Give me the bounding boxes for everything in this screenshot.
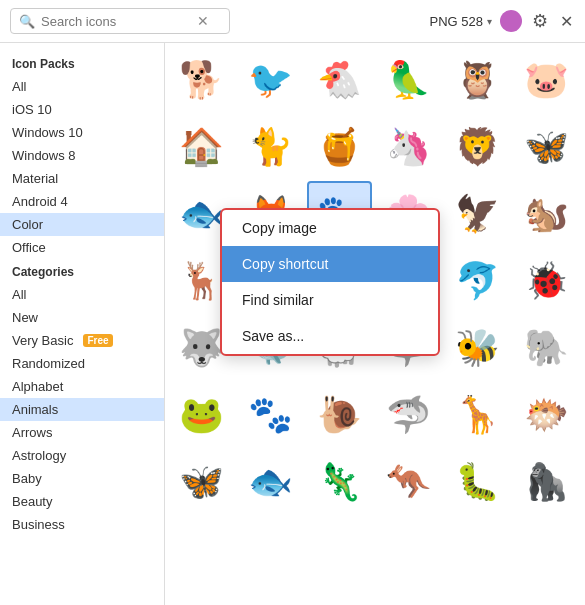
icon-cell[interactable]: 🦄: [376, 114, 441, 179]
icon-emoji: 🏠: [179, 129, 224, 165]
sidebar-item-label: Very Basic: [12, 333, 73, 348]
icon-emoji: 🦎: [317, 464, 362, 500]
icon-cell[interactable]: 🦜: [376, 47, 441, 112]
icon-cell[interactable]: 🦅: [445, 181, 510, 246]
icon-cell[interactable]: 🐟: [238, 449, 303, 514]
sidebar-cat-astrology[interactable]: Astrology: [0, 444, 164, 467]
icon-emoji: 🐺: [179, 330, 224, 366]
icon-cell[interactable]: 🐬: [445, 248, 510, 313]
icon-cell[interactable]: 🐝: [445, 315, 510, 380]
icon-cell[interactable]: 🦍: [514, 449, 579, 514]
sidebar-pack-material[interactable]: Material: [0, 167, 164, 190]
format-label: PNG 528: [430, 14, 483, 29]
sidebar-pack-all[interactable]: All: [0, 75, 164, 98]
context-menu-item-find-similar[interactable]: Find similar: [222, 282, 438, 318]
sidebar-cat-all2[interactable]: All: [0, 283, 164, 306]
icon-cell[interactable]: 🏠: [169, 114, 234, 179]
sidebar: Icon Packs AlliOS 10Windows 10Windows 8M…: [0, 43, 165, 605]
icon-cell[interactable]: 🦒: [445, 382, 510, 447]
sidebar-cat-new[interactable]: New: [0, 306, 164, 329]
icon-emoji: 🦄: [386, 129, 431, 165]
icon-emoji: 🐞: [524, 263, 569, 299]
icon-emoji: 🐬: [455, 263, 500, 299]
icon-emoji: 🦘: [386, 464, 431, 500]
icon-cell[interactable]: 🦘: [376, 449, 441, 514]
top-bar: 🔍 Search icons ✕ PNG 528 ▾ ⚙ ✕: [0, 0, 585, 43]
icon-packs-title: Icon Packs: [0, 51, 164, 75]
icon-grid-area: 🐕🐦🐔🦜🦉🐷🏠🐈🍯🦄🦁🦋🐟🦊🐾🌸🦅🐿️🦌🦞🐾🐼🐬🐞🐺🐳🐑🦈🐝🐘🐸🐾🐌🦈🦒🐡🦋🐟🦎…: [165, 43, 585, 605]
icon-cell[interactable]: 🐸: [169, 382, 234, 447]
chevron-down-icon: ▾: [487, 16, 492, 27]
sidebar-pack-android4[interactable]: Android 4: [0, 190, 164, 213]
sidebar-pack-ios10[interactable]: iOS 10: [0, 98, 164, 121]
icon-emoji: 🐸: [179, 397, 224, 433]
close-button[interactable]: ✕: [558, 10, 575, 33]
icon-emoji: 🍯: [317, 129, 362, 165]
sidebar-item-label: Randomized: [12, 356, 85, 371]
sidebar-item-label: New: [12, 310, 38, 325]
sidebar-cat-animals[interactable]: Animals: [0, 398, 164, 421]
icon-cell[interactable]: 🐡: [514, 382, 579, 447]
sidebar-cat-beauty[interactable]: Beauty: [0, 490, 164, 513]
icon-cell[interactable]: 🐿️: [514, 181, 579, 246]
icon-cell[interactable]: 🐘: [514, 315, 579, 380]
icon-cell[interactable]: 🐌: [307, 382, 372, 447]
icon-cell[interactable]: 🍯: [307, 114, 372, 179]
clear-icon[interactable]: ✕: [197, 13, 209, 29]
icon-cell[interactable]: 🦈: [376, 382, 441, 447]
icon-emoji: 🐛: [455, 464, 500, 500]
sidebar-cat-baby[interactable]: Baby: [0, 467, 164, 490]
icon-cell[interactable]: 🦋: [514, 114, 579, 179]
icon-emoji: 🦋: [179, 464, 224, 500]
sidebar-item-label: All: [12, 287, 26, 302]
search-box[interactable]: 🔍 Search icons ✕: [10, 8, 230, 34]
format-selector[interactable]: PNG 528 ▾: [430, 14, 492, 29]
icon-emoji: 🐦: [248, 62, 293, 98]
color-picker[interactable]: [500, 10, 522, 32]
sidebar-item-label: Animals: [12, 402, 58, 417]
icon-emoji: 🦌: [179, 263, 224, 299]
sidebar-cat-arrows[interactable]: Arrows: [0, 421, 164, 444]
free-badge: Free: [83, 334, 112, 347]
icon-cell[interactable]: 🐦: [238, 47, 303, 112]
icon-emoji: 🐾: [248, 397, 293, 433]
icon-emoji: 🦜: [386, 62, 431, 98]
sidebar-pack-win10[interactable]: Windows 10: [0, 121, 164, 144]
context-menu-item-copy-shortcut[interactable]: Copy shortcut: [222, 246, 438, 282]
icon-emoji: 🦅: [455, 196, 500, 232]
search-input[interactable]: Search icons: [41, 14, 191, 29]
sidebar-pack-win8[interactable]: Windows 8: [0, 144, 164, 167]
icon-emoji: 🐕: [179, 62, 224, 98]
sidebar-cat-randomized[interactable]: Randomized: [0, 352, 164, 375]
icon-emoji: 🐝: [455, 330, 500, 366]
search-icon: 🔍: [19, 14, 35, 29]
sidebar-item-label: Arrows: [12, 425, 52, 440]
icon-cell[interactable]: 🦋: [169, 449, 234, 514]
settings-button[interactable]: ⚙: [530, 8, 550, 34]
context-menu-item-save-as[interactable]: Save as...: [222, 318, 438, 354]
icon-cell[interactable]: 🐷: [514, 47, 579, 112]
sidebar-item-label: Alphabet: [12, 379, 63, 394]
icon-cell[interactable]: 🐞: [514, 248, 579, 313]
sidebar-item-label: Business: [12, 517, 65, 532]
categories-title: Categories: [0, 259, 164, 283]
icon-cell[interactable]: 🐾: [238, 382, 303, 447]
sidebar-item-label: Astrology: [12, 448, 66, 463]
sidebar-cat-verybasic[interactable]: Very BasicFree: [0, 329, 164, 352]
sidebar-cat-alphabet[interactable]: Alphabet: [0, 375, 164, 398]
icon-emoji: 🐘: [524, 330, 569, 366]
icon-cell[interactable]: 🐛: [445, 449, 510, 514]
sidebar-pack-office[interactable]: Office: [0, 236, 164, 259]
icon-cell[interactable]: 🐈: [238, 114, 303, 179]
icon-emoji: 🐔: [317, 62, 362, 98]
sidebar-pack-color[interactable]: Color: [0, 213, 164, 236]
icon-cell[interactable]: 🦉: [445, 47, 510, 112]
sidebar-cat-business[interactable]: Business: [0, 513, 164, 536]
icon-cell[interactable]: 🐕: [169, 47, 234, 112]
icon-emoji: 🐿️: [524, 196, 569, 232]
icon-cell[interactable]: 🦎: [307, 449, 372, 514]
context-menu-item-copy-image[interactable]: Copy image: [222, 210, 438, 246]
icon-cell[interactable]: 🐔: [307, 47, 372, 112]
icon-cell[interactable]: 🦁: [445, 114, 510, 179]
icon-emoji: 🐌: [317, 397, 362, 433]
